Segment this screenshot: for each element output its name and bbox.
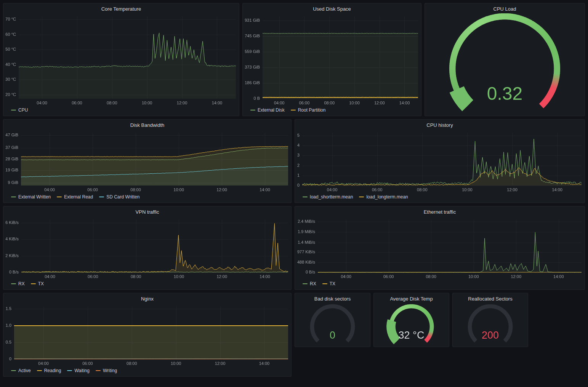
legend-item-reading[interactable]: Reading [37, 368, 61, 373]
panel-reallocated-sectors: Reallocated Sectors [452, 293, 528, 347]
legend-color-dash [37, 370, 42, 371]
legend-item-rx[interactable]: RX [11, 281, 25, 286]
legend-item-sd-card-written[interactable]: SD Card Written [99, 194, 139, 200]
ethernet-traffic-plot-area [295, 216, 585, 280]
legend-item-cpu[interactable]: CPU [11, 107, 28, 113]
panel-bad-disk-sectors: Bad disk sectors [295, 293, 370, 347]
panel-title-reallocated-sectors[interactable]: Reallocated Sectors [453, 293, 528, 303]
vpn-traffic-chart[interactable] [3, 216, 291, 280]
cpu-history-legend: load_shortterm.meanload_longterm.mean [295, 193, 585, 203]
used-disk-space-plot-area [243, 13, 421, 106]
legend-color-dash [291, 110, 296, 110]
legend-color-dash [31, 283, 36, 284]
panel-ethernet-traffic: Ethernet traffic RXTX [295, 206, 585, 290]
panel-title-disk-bandwidth[interactable]: Disk Bandwidth [3, 120, 291, 130]
legend-item-root-partition[interactable]: Root Partition [291, 107, 326, 113]
panel-title-ethernet-traffic[interactable]: Ethernet traffic [295, 206, 585, 216]
legend-label: Waiting [74, 368, 90, 373]
ethernet-traffic-legend: RXTX [295, 280, 585, 289]
cpu-history-plot-area [295, 130, 585, 193]
average-disk-temp-gauge [374, 303, 449, 347]
legend-color-dash [57, 197, 62, 197]
ethernet-traffic-chart[interactable] [295, 216, 585, 280]
disk-bandwidth-legend: External WrittenExternal ReadSD Card Wri… [3, 193, 291, 203]
legend-item-active[interactable]: Active [11, 368, 31, 373]
legend-label: External Written [18, 194, 51, 200]
used-disk-space-chart[interactable] [243, 13, 421, 106]
reallocated-sectors-gauge-area [453, 303, 528, 347]
panel-title-used-disk-space[interactable]: Used Disk Space [243, 3, 421, 13]
panel-used-disk-space: Used Disk Space External DiskRoot Partit… [242, 3, 421, 116]
panel-disk-bandwidth: Disk Bandwidth External WrittenExternal … [3, 119, 292, 203]
legend-color-dash [11, 370, 16, 371]
legend-item-external-written[interactable]: External Written [11, 194, 51, 200]
legend-color-dash [11, 283, 16, 284]
disk-bandwidth-chart[interactable] [3, 130, 291, 193]
legend-color-dash [96, 370, 101, 371]
panel-cpu-load: CPU Load [425, 3, 585, 116]
average-disk-temp-gauge-area [374, 303, 449, 347]
panel-vpn-traffic: VPN traffic RXTX [3, 206, 292, 290]
bad-disk-sectors-gauge [295, 303, 370, 347]
legend-item-external-read[interactable]: External Read [57, 194, 93, 200]
legend-color-dash [99, 197, 104, 197]
panel-average-disk-temp: Average Disk Temp [373, 293, 449, 347]
legend-label: load_longterm.mean [366, 194, 408, 200]
panel-title-nginx[interactable]: Nginx [3, 293, 291, 303]
cpu-load-gauge [425, 13, 585, 116]
legend-color-dash [303, 197, 308, 197]
legend-label: Root Partition [298, 107, 326, 113]
cpu-history-chart[interactable] [295, 130, 585, 193]
legend-item-load-longterm-mean[interactable]: load_longterm.mean [359, 194, 408, 200]
legend-label: Active [18, 368, 31, 373]
legend-label: RX [310, 281, 316, 286]
legend-color-dash [67, 370, 72, 371]
nginx-chart[interactable] [3, 303, 291, 367]
vpn-traffic-legend: RXTX [3, 280, 291, 289]
legend-label: External Disk [258, 107, 285, 113]
panel-title-bad-disk-sectors[interactable]: Bad disk sectors [295, 293, 370, 303]
nginx-plot-area [3, 303, 291, 367]
legend-color-dash [11, 197, 16, 197]
used-disk-space-legend: External DiskRoot Partition [243, 106, 421, 116]
legend-color-dash [250, 110, 255, 110]
nginx-legend: ActiveReadingWaitingWriting [3, 367, 291, 376]
legend-label: SD Card Written [106, 194, 139, 200]
legend-label: Reading [44, 368, 61, 373]
legend-item-waiting[interactable]: Waiting [67, 368, 90, 373]
panel-title-average-disk-temp[interactable]: Average Disk Temp [374, 293, 449, 303]
legend-item-rx[interactable]: RX [303, 281, 316, 286]
legend-color-dash [11, 110, 16, 110]
panel-cpu-history: CPU history load_shortterm.meanload_long… [295, 119, 585, 203]
legend-color-dash [303, 283, 308, 284]
legend-item-tx[interactable]: TX [322, 281, 335, 286]
panel-nginx: Nginx ActiveReadingWaitingWriting [3, 293, 292, 377]
core-temperature-plot-area [3, 13, 239, 106]
disk-bandwidth-plot-area [3, 130, 291, 193]
legend-item-load-shortterm-mean[interactable]: load_shortterm.mean [303, 194, 353, 200]
legend-label: CPU [18, 107, 28, 113]
panel-core-temperature: Core Temperature CPU [3, 3, 239, 116]
legend-label: External Read [64, 194, 93, 200]
legend-item-tx[interactable]: TX [31, 281, 44, 286]
legend-color-dash [359, 197, 364, 197]
core-temperature-chart[interactable] [3, 13, 239, 106]
panel-title-cpu-history[interactable]: CPU history [295, 120, 585, 130]
core-temperature-legend: CPU [3, 106, 239, 116]
vpn-traffic-plot-area [3, 216, 291, 280]
reallocated-sectors-gauge [453, 303, 528, 347]
legend-item-writing[interactable]: Writing [96, 368, 117, 373]
legend-label: TX [330, 281, 335, 286]
legend-label: TX [38, 281, 44, 286]
legend-color-dash [322, 283, 327, 284]
legend-label: load_shortterm.mean [310, 194, 353, 200]
panel-title-core-temperature[interactable]: Core Temperature [3, 3, 239, 13]
bad-disk-sectors-gauge-area [295, 303, 370, 347]
panel-title-vpn-traffic[interactable]: VPN traffic [3, 206, 291, 216]
legend-item-external-disk[interactable]: External Disk [250, 107, 285, 113]
cpu-load-gauge-area [425, 13, 585, 116]
legend-label: RX [18, 281, 25, 286]
legend-label: Writing [103, 368, 117, 373]
panel-title-cpu-load[interactable]: CPU Load [425, 3, 585, 13]
